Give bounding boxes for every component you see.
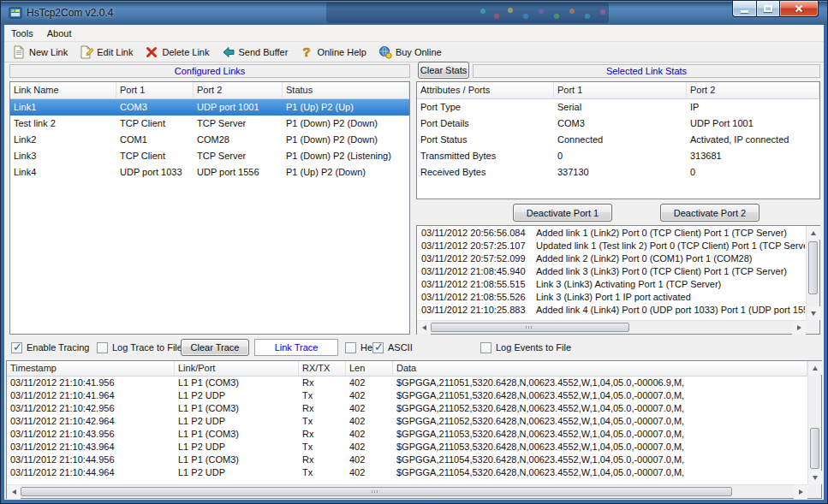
event-log-row[interactable]: 03/11/2012 21:08:55.515Link 3 (Link3) Ac… <box>418 278 805 291</box>
online-help-button[interactable]: ? Online Help <box>294 43 372 62</box>
menu-about[interactable]: About <box>40 26 79 41</box>
scroll-up-button[interactable] <box>808 361 822 375</box>
delete-link-button[interactable]: Delete Link <box>139 43 215 62</box>
app-icon <box>9 6 22 20</box>
column-header[interactable]: Port 1 <box>116 82 194 99</box>
event-log-row[interactable]: 03/11/2012 20:57:25.107Updated link 1 (T… <box>418 240 805 252</box>
cell: 402 <box>346 389 393 402</box>
send-buffer-button[interactable]: Send Buffer <box>216 43 295 62</box>
cell: L1 P2 UDP <box>175 389 299 402</box>
close-button[interactable] <box>780 1 819 17</box>
clear-stats-button[interactable]: Clear Stats <box>418 62 469 79</box>
trace-table-body[interactable]: 03/11/2012 21:10:41.956L1 P1 (COM3)Rx402… <box>7 377 807 484</box>
scroll-up-button[interactable] <box>807 226 820 240</box>
event-log-row[interactable]: 03/11/2012 20:57:52.099Added link 2 (Lin… <box>418 252 805 265</box>
trace-row[interactable]: 03/11/2012 21:10:43.956L1 P1 (COM3)Rx402… <box>7 428 807 441</box>
delete-link-icon <box>145 45 158 59</box>
configured-link-row[interactable]: Link4UDP port 1033UDP port 1556P1 (Up) P… <box>10 164 409 181</box>
stats-row[interactable]: Port DetailsCOM3UDP Port 1001 <box>417 116 819 132</box>
event-log-horizontal-scrollbar[interactable] <box>417 320 806 334</box>
column-header[interactable]: Len <box>346 361 393 377</box>
cell: L1 P1 (COM3) <box>175 377 299 389</box>
column-header[interactable]: RX/TX <box>299 361 346 377</box>
column-header[interactable]: Status <box>283 82 409 99</box>
column-header[interactable]: Attributes / Ports <box>417 82 554 99</box>
trace-log-panel: TimestampLink/PortRX/TXLenData 03/11/201… <box>6 360 822 499</box>
enable-tracing-checkbox[interactable]: Enable Tracing <box>11 341 89 353</box>
trace-horizontal-scrollbar[interactable] <box>7 484 807 498</box>
cell: 03/11/2012 21:10:43.956 <box>7 428 175 441</box>
event-text: Added link 4 (Link4) Port 0 (UDP port 10… <box>536 305 805 315</box>
configured-link-row[interactable]: Link2COM1COM28P1 (Down) P2 (Down) <box>10 132 409 148</box>
cell: $GPGGA,211053,5320.6428,N,00623.4552,W,1… <box>393 428 807 441</box>
event-log-row[interactable]: 03/11/2012 21:08:45.940Added link 3 (Lin… <box>418 265 805 278</box>
log-events-to-file-checkbox[interactable]: Log Events to File <box>480 341 571 353</box>
stats-row[interactable]: Received Bytes3371300 <box>417 164 819 181</box>
stats-row[interactable]: Port TypeSerialIP <box>417 99 819 116</box>
configured-link-row[interactable]: Link3TCP ClientTCP ServerP1 (Down) P2 (L… <box>10 148 409 164</box>
event-log-row[interactable]: 03/11/2012 21:10:25.883Added link 4 (Lin… <box>418 304 805 317</box>
log-trace-to-file-checkbox[interactable]: Log Trace to File <box>97 341 182 353</box>
column-header[interactable]: Port 2 <box>687 82 819 99</box>
minimize-button[interactable] <box>732 1 757 17</box>
trace-vertical-scrollbar[interactable] <box>807 361 821 484</box>
cell: $GPGGA,211052,5320.6428,N,00623.4552,W,1… <box>393 415 807 428</box>
edit-link-button[interactable]: Edit Link <box>74 43 139 62</box>
scrollbar-thumb[interactable] <box>21 487 732 496</box>
event-log-row[interactable]: 03/11/2012 20:56:56.084Added link 1 (Lin… <box>418 227 805 240</box>
trace-row[interactable]: 03/11/2012 21:10:41.964L1 P2 UDPTx402$GP… <box>7 389 807 402</box>
stats-row[interactable]: Port StatusConnectedActivated, IP connec… <box>417 132 819 148</box>
cell: 402 <box>346 454 393 466</box>
new-link-button[interactable]: New Link <box>6 43 74 62</box>
deactivate-port2-button[interactable]: Deactivate Port 2 <box>660 204 759 222</box>
scroll-left-button[interactable] <box>417 321 431 335</box>
clear-trace-button[interactable]: Clear Trace <box>181 339 249 356</box>
cell: Received Bytes <box>417 164 554 181</box>
column-header[interactable]: Port 1 <box>554 82 687 99</box>
configured-link-row[interactable]: Link1COM3UDP port 1001P1 (Up) P2 (Up) <box>10 99 409 116</box>
column-header[interactable]: Data <box>393 361 807 377</box>
configured-link-row[interactable]: Test link 2TCP ClientTCP ServerP1 (Down)… <box>10 116 409 132</box>
scrollbar-track[interactable] <box>21 485 794 498</box>
configured-links-table-header: Link NamePort 1Port 2Status <box>10 82 409 99</box>
deactivate-port1-button[interactable]: Deactivate Port 1 <box>513 204 612 222</box>
column-header[interactable]: Timestamp <box>7 361 175 377</box>
stats-table-header: Attributes / PortsPort 1Port 2 <box>417 82 819 99</box>
maximize-button[interactable] <box>757 1 780 17</box>
trace-name-field[interactable]: Link Trace <box>254 339 338 356</box>
scroll-right-button[interactable] <box>792 321 806 335</box>
scrollbar-corner <box>806 320 819 334</box>
cell: Link3 <box>10 148 116 164</box>
ascii-checkbox[interactable]: ASCII <box>372 341 413 353</box>
menu-tools[interactable]: Tools <box>4 26 40 41</box>
stats-row[interactable]: Transmitted Bytes0313681 <box>417 148 819 164</box>
titlebar[interactable]: HsTcp2Com v2.0.4 <box>1 1 827 25</box>
trace-row[interactable]: 03/11/2012 21:10:44.956L1 P1 (COM3)Rx402… <box>7 454 807 466</box>
scrollbar-thumb[interactable] <box>810 428 819 469</box>
trace-row[interactable]: 03/11/2012 21:10:41.956L1 P1 (COM3)Rx402… <box>7 377 807 389</box>
scrollbar-track[interactable] <box>431 321 792 334</box>
trace-row[interactable]: 03/11/2012 21:10:44.964L1 P2 UDPTx402$GP… <box>7 466 807 479</box>
event-log-row[interactable]: 03/11/2012 21:08:55.526Link 3 (Link3) Po… <box>418 291 805 304</box>
trace-table-header: TimestampLink/PortRX/TXLenData <box>7 361 807 377</box>
trace-row[interactable]: 03/11/2012 21:10:42.956L1 P1 (COM3)Rx402… <box>7 402 807 415</box>
scrollbar-thumb[interactable] <box>431 323 629 332</box>
scroll-right-button[interactable] <box>794 485 807 499</box>
scroll-left-button[interactable] <box>7 485 21 499</box>
column-header[interactable]: Link Name <box>10 82 116 99</box>
event-log-vertical-scrollbar[interactable] <box>806 226 819 320</box>
column-header[interactable]: Port 2 <box>194 82 283 99</box>
online-help-label: Online Help <box>317 47 366 57</box>
cell: Port Status <box>417 132 554 148</box>
online-help-icon: ? <box>300 45 313 59</box>
event-log-list[interactable]: 03/11/2012 20:56:56.084Added link 1 (Lin… <box>418 227 805 319</box>
cell: 402 <box>346 402 393 415</box>
scrollbar-thumb[interactable] <box>808 241 818 294</box>
trace-row[interactable]: 03/11/2012 21:10:42.964L1 P2 UDPTx402$GP… <box>7 415 807 428</box>
trace-row[interactable]: 03/11/2012 21:10:43.964L1 P2 UDPTx402$GP… <box>7 441 807 454</box>
scroll-down-button[interactable] <box>807 306 820 320</box>
event-time: 03/11/2012 20:57:25.107 <box>418 240 536 252</box>
buy-online-button[interactable]: Buy Online <box>372 43 448 62</box>
column-header[interactable]: Link/Port <box>175 361 299 377</box>
scroll-down-button[interactable] <box>808 471 822 484</box>
